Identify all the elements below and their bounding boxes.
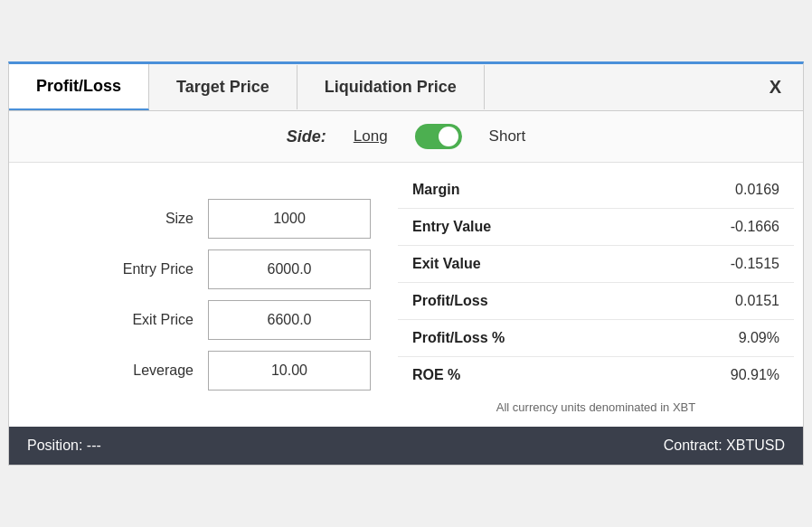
footer-position: Position: --- bbox=[27, 438, 101, 454]
footer: Position: --- Contract: XBTUSD bbox=[9, 427, 803, 465]
exit-price-input[interactable] bbox=[208, 300, 371, 340]
toggle-wrapper bbox=[415, 124, 462, 149]
results-table: Margin 0.0169 Entry Value -0.1666 Exit V… bbox=[398, 172, 794, 393]
long-option[interactable]: Long bbox=[354, 127, 388, 146]
result-value: 90.91% bbox=[639, 357, 794, 394]
footer-contract: Contract: XBTUSD bbox=[664, 438, 785, 454]
tab-bar: Profit/Loss Target Price Liquidation Pri… bbox=[9, 64, 803, 111]
result-label: Entry Value bbox=[398, 209, 639, 246]
inputs-section: Size Entry Price Exit Price Leverage bbox=[9, 172, 389, 418]
table-row: Entry Value -0.1666 bbox=[398, 209, 794, 246]
table-row: Margin 0.0169 bbox=[398, 172, 794, 209]
tab-liquidation-price[interactable]: Liquidation Price bbox=[297, 65, 485, 109]
entry-price-row: Entry Price bbox=[27, 249, 371, 289]
exit-price-label: Exit Price bbox=[103, 312, 194, 328]
result-value: 0.0169 bbox=[639, 172, 794, 209]
side-label: Side: bbox=[287, 127, 326, 146]
calculator-widget: Profit/Loss Target Price Liquidation Pri… bbox=[8, 61, 804, 466]
result-label: Profit/Loss bbox=[398, 283, 639, 320]
entry-price-input[interactable] bbox=[208, 249, 371, 289]
result-value: 9.09% bbox=[639, 320, 794, 357]
entry-price-label: Entry Price bbox=[103, 261, 194, 278]
result-label: ROE % bbox=[398, 357, 639, 394]
result-label: Margin bbox=[398, 172, 639, 209]
results-section: Margin 0.0169 Entry Value -0.1666 Exit V… bbox=[389, 172, 803, 418]
result-value: -0.1515 bbox=[639, 246, 794, 283]
table-row: Profit/Loss % 9.09% bbox=[398, 320, 794, 357]
table-row: ROE % 90.91% bbox=[398, 357, 794, 394]
tab-profit-loss[interactable]: Profit/Loss bbox=[9, 64, 149, 110]
leverage-label: Leverage bbox=[103, 362, 194, 379]
table-row: Profit/Loss 0.0151 bbox=[398, 283, 794, 320]
currency-note: All currency units denominated in XBT bbox=[398, 393, 794, 418]
size-row: Size bbox=[27, 199, 371, 239]
exit-price-row: Exit Price bbox=[27, 300, 371, 340]
main-content: Size Entry Price Exit Price Leverage Mar… bbox=[9, 163, 803, 427]
close-button[interactable]: X bbox=[748, 64, 803, 110]
side-row: Side: Long Short bbox=[9, 111, 803, 163]
result-label: Exit Value bbox=[398, 246, 639, 283]
result-value: 0.0151 bbox=[639, 283, 794, 320]
size-input[interactable] bbox=[208, 199, 371, 239]
leverage-row: Leverage bbox=[27, 351, 371, 391]
short-option[interactable]: Short bbox=[489, 127, 526, 146]
result-label: Profit/Loss % bbox=[398, 320, 639, 357]
leverage-input[interactable] bbox=[208, 351, 371, 391]
table-row: Exit Value -0.1515 bbox=[398, 246, 794, 283]
side-toggle[interactable] bbox=[415, 124, 462, 149]
size-label: Size bbox=[103, 211, 194, 227]
tab-target-price[interactable]: Target Price bbox=[149, 65, 297, 109]
result-value: -0.1666 bbox=[639, 209, 794, 246]
